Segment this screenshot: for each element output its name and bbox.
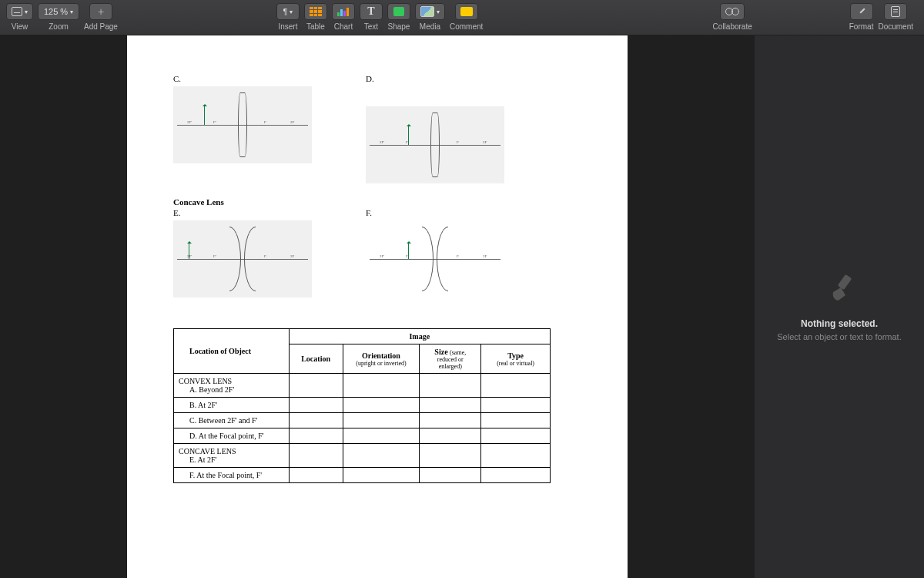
- media-group: ▾ Media: [415, 3, 445, 31]
- diagram-c: C. 2F' F' F 2F: [173, 74, 327, 183]
- table-row[interactable]: B. At 2F': [174, 398, 551, 413]
- plus-icon: +: [98, 5, 104, 18]
- chevron-down-icon: ▾: [25, 8, 28, 15]
- chart-label: Chart: [334, 22, 353, 31]
- diagram-f-box[interactable]: 2F' F' F 2F: [366, 220, 504, 297]
- tick-f: F: [264, 254, 266, 258]
- diagram-row-ef: E. 2F' F' F 2F F.: [173, 208, 581, 297]
- cell-b: B. At 2F': [174, 398, 290, 413]
- tick-fp: F': [406, 254, 409, 258]
- format-button[interactable]: [850, 3, 873, 20]
- cell-convex-a[interactable]: CONVEX LENSA. Beyond 2F': [174, 374, 290, 398]
- col-size: Size (same,reduced orenlarged): [420, 344, 481, 374]
- zoom-button[interactable]: 125 %▾: [38, 3, 79, 20]
- zoom-value: 125 %: [44, 7, 68, 16]
- document-page[interactable]: C. 2F' F' F 2F D.: [127, 35, 628, 578]
- view-group: ▾ View: [6, 3, 33, 31]
- table-row[interactable]: CONVEX LENSA. Beyond 2F': [174, 374, 551, 398]
- diagram-e-box[interactable]: 2F' F' F 2F: [173, 220, 312, 297]
- label-f: F.: [366, 208, 520, 217]
- view-button[interactable]: ▾: [6, 3, 33, 20]
- tick-fp: F': [406, 140, 409, 144]
- document-label: Document: [878, 22, 913, 31]
- tick-f: F: [457, 140, 459, 144]
- chevron-down-icon: ▾: [437, 8, 440, 15]
- tick-2fp: 2F': [187, 254, 192, 258]
- media-button[interactable]: ▾: [415, 3, 445, 20]
- cell-d: D. At the Focal point, F': [174, 428, 290, 444]
- inspector-subtext: Select an object or text to format.: [777, 332, 901, 341]
- shape-button[interactable]: [387, 3, 410, 20]
- col-orientation: Orientation(upright or inverted): [343, 344, 420, 374]
- media-icon: [420, 6, 434, 17]
- tick-2fp: 2F': [380, 254, 384, 258]
- tick-2f: 2F: [290, 120, 294, 124]
- tick-f: F: [264, 120, 266, 124]
- col-type: Type(real or virtual): [481, 344, 551, 374]
- concave-heading: Concave Lens: [173, 197, 581, 207]
- toolbar: ▾ View 125 %▾ Zoom + Add Page ¶▾ Insert …: [0, 0, 924, 35]
- tick-2fp: 2F': [380, 140, 384, 144]
- tick-fp: F': [213, 120, 216, 124]
- paragraph-icon: ¶: [283, 7, 287, 16]
- format-group: Format: [849, 3, 874, 31]
- convex-lens-icon: [430, 113, 440, 177]
- insert-label: Insert: [278, 22, 297, 31]
- brush-icon: [856, 6, 867, 17]
- zoom-label: Zoom: [49, 22, 69, 31]
- diagram-d: D. 2F' F' F 2F: [366, 74, 520, 183]
- chart-button[interactable]: [332, 3, 355, 20]
- canvas-area[interactable]: C. 2F' F' F 2F D.: [0, 35, 755, 578]
- document-button[interactable]: [884, 3, 907, 20]
- col-location: Location: [289, 344, 343, 374]
- collaborate-button[interactable]: [720, 3, 745, 20]
- table-group: Table: [304, 3, 327, 31]
- table-row[interactable]: D. At the Focal point, F': [174, 428, 551, 444]
- table-button[interactable]: [304, 3, 327, 20]
- shape-label: Shape: [387, 22, 410, 31]
- chart-icon: [337, 7, 349, 16]
- cell-f: F. At the Focal point, F': [174, 468, 290, 483]
- format-label: Format: [849, 22, 874, 31]
- view-label: View: [12, 22, 28, 31]
- cell-concave-e[interactable]: CONCAVE LENSE. At 2F': [174, 444, 290, 468]
- cell-c: C. Between 2F' and F': [174, 413, 290, 428]
- table-label: Table: [306, 22, 325, 31]
- comment-icon: [460, 7, 473, 16]
- text-group: T Text: [360, 3, 383, 31]
- diagram-c-box[interactable]: 2F' F' F 2F: [173, 86, 312, 163]
- insert-button[interactable]: ¶▾: [276, 3, 300, 20]
- diagram-row-cd: C. 2F' F' F 2F D.: [173, 74, 581, 183]
- diagram-d-box[interactable]: 2F' F' F 2F: [366, 106, 504, 183]
- collaborate-group: Collaborate: [713, 3, 752, 31]
- worksheet-table[interactable]: Location of Object Image Location Orient…: [173, 328, 551, 483]
- add-page-button[interactable]: +: [89, 3, 112, 20]
- chart-group: Chart: [332, 3, 355, 31]
- text-button[interactable]: T: [360, 3, 383, 20]
- label-c: C.: [173, 74, 327, 83]
- tick-2fp: 2F': [187, 120, 192, 124]
- comment-label: Comment: [450, 22, 483, 31]
- table-row[interactable]: F. At the Focal point, F': [174, 468, 551, 483]
- object-arrow: [204, 105, 205, 125]
- document-group: Document: [878, 3, 913, 31]
- table-row[interactable]: CONCAVE LENSE. At 2F': [174, 444, 551, 468]
- tick-2f: 2F: [483, 254, 487, 258]
- chevron-down-icon: ▾: [70, 8, 73, 15]
- add-page-label: Add Page: [84, 22, 118, 31]
- comment-button[interactable]: [455, 3, 478, 20]
- tick-fp: F': [213, 254, 216, 258]
- format-brush-icon: [821, 272, 858, 309]
- inspector-heading: Nothing selected.: [801, 318, 878, 329]
- collaborate-icon: [725, 6, 739, 17]
- label-e: E.: [173, 208, 327, 217]
- col-image-span: Image: [289, 329, 550, 344]
- main: C. 2F' F' F 2F D.: [0, 35, 924, 578]
- table-row[interactable]: C. Between 2F' and F': [174, 413, 551, 428]
- diagram-f: F. 2F' F' F 2F: [366, 208, 520, 297]
- convex-lens-icon: [238, 92, 247, 157]
- tick-2f: 2F: [290, 254, 294, 258]
- tick-2f: 2F: [483, 140, 487, 144]
- document-icon: [891, 6, 900, 17]
- shape-icon: [393, 7, 404, 16]
